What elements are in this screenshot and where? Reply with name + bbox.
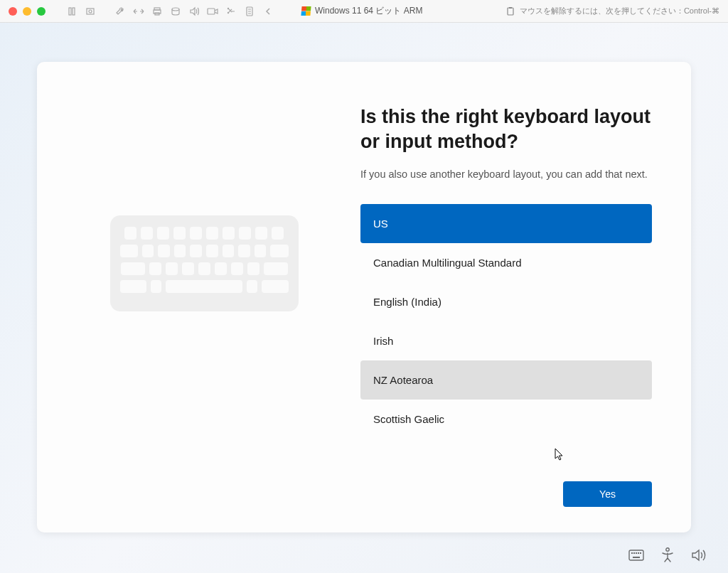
- keyboard-illustration-icon: [110, 215, 299, 311]
- layout-option-nz-aotearoa[interactable]: NZ Aotearoa: [360, 360, 652, 400]
- layout-option-english-india[interactable]: English (India): [360, 282, 652, 321]
- layout-option-us[interactable]: US: [360, 204, 652, 243]
- camera-icon[interactable]: [206, 5, 219, 18]
- close-window-button[interactable]: [9, 7, 17, 16]
- snapshot-icon[interactable]: [84, 5, 97, 18]
- svg-rect-21: [638, 552, 639, 554]
- oobe-bottom-icons: [628, 547, 707, 563]
- layout-option-irish[interactable]: Irish: [360, 321, 652, 360]
- minimize-window-button[interactable]: [23, 7, 31, 16]
- svg-point-9: [228, 7, 229, 9]
- vm-title-text: Windows 11 64 ビット ARM: [315, 5, 422, 17]
- pause-icon[interactable]: [65, 5, 78, 18]
- accessibility-icon[interactable]: [660, 547, 675, 563]
- on-screen-keyboard-icon[interactable]: [628, 547, 644, 563]
- back-icon[interactable]: [262, 5, 274, 18]
- svg-rect-8: [208, 9, 215, 14]
- svg-rect-23: [633, 557, 640, 558]
- disk-icon[interactable]: [169, 5, 182, 18]
- svg-point-24: [666, 548, 669, 551]
- content-pane: Is this the right keyboard layout or inp…: [332, 105, 652, 507]
- resolution-icon[interactable]: [132, 5, 145, 18]
- printer-icon[interactable]: [151, 5, 164, 18]
- illustration-pane: [76, 105, 332, 507]
- keyboard-layout-list: US Canadian Multilingual Standard Englis…: [360, 204, 652, 439]
- svg-rect-18: [631, 552, 633, 554]
- windows-logo-icon: [301, 6, 311, 16]
- clipboard-icon[interactable]: [505, 6, 515, 16]
- guest-screen: Is this the right keyboard layout or inp…: [0, 23, 728, 573]
- svg-rect-0: [69, 8, 71, 15]
- svg-rect-22: [640, 552, 641, 554]
- yes-button[interactable]: Yes: [563, 481, 652, 507]
- svg-point-7: [172, 8, 179, 11]
- page-subtitle: If you also use another keyboard layout,…: [360, 167, 652, 183]
- layout-option-canadian-multilingual[interactable]: Canadian Multilingual Standard: [360, 243, 652, 282]
- log-icon[interactable]: [243, 5, 256, 18]
- svg-rect-1: [73, 8, 75, 15]
- svg-rect-17: [629, 550, 643, 560]
- usb-icon[interactable]: [225, 5, 237, 18]
- mouse-release-hint: マウスを解除するには、次を押してください：Control-⌘: [520, 6, 719, 16]
- svg-rect-15: [508, 8, 513, 15]
- maximize-window-button[interactable]: [37, 7, 46, 16]
- svg-point-10: [228, 11, 229, 13]
- volume-icon[interactable]: [691, 547, 707, 563]
- svg-point-3: [89, 10, 92, 13]
- sound-icon[interactable]: [188, 5, 200, 18]
- svg-rect-19: [633, 552, 635, 554]
- toolbar-hint: マウスを解除するには、次を押してください：Control-⌘: [505, 6, 719, 16]
- svg-rect-16: [509, 7, 512, 9]
- page-title: Is this the right keyboard layout or inp…: [360, 105, 652, 154]
- wrench-icon[interactable]: [114, 5, 127, 18]
- svg-rect-20: [636, 552, 637, 554]
- svg-rect-2: [87, 9, 94, 14]
- traffic-lights: [9, 7, 46, 16]
- vm-title: Windows 11 64 ビット ARM: [301, 5, 422, 17]
- layout-option-scottish-gaelic[interactable]: Scottish Gaelic: [360, 400, 652, 439]
- host-toolbar: Windows 11 64 ビット ARM マウスを解除するには、次を押してくだ…: [0, 0, 728, 23]
- oobe-card: Is this the right keyboard layout or inp…: [37, 62, 691, 532]
